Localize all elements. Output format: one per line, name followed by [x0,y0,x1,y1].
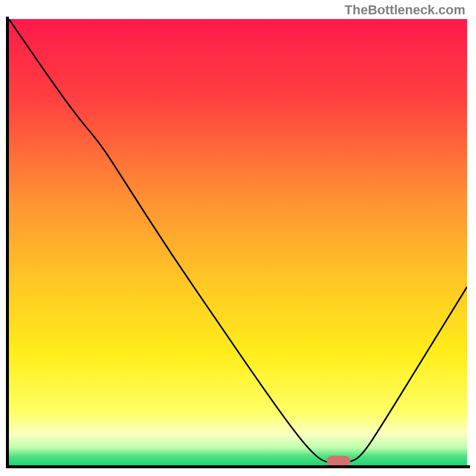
watermark-text: TheBottleneck.com [345,2,465,18]
y-axis-line [6,17,9,468]
x-axis-line [6,465,470,468]
bottleneck-curve [9,19,467,465]
chart-plot-area [9,19,467,465]
current-position-marker [327,456,350,466]
